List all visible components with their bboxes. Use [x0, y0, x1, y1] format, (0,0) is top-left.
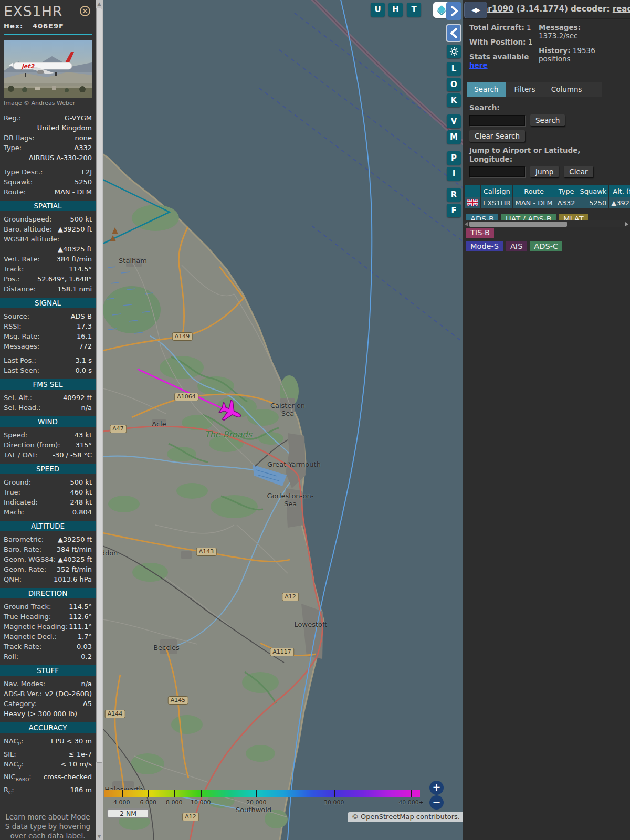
- map[interactable]: StalhamCaister on SeaAcleGreat YarmouthG…: [103, 0, 463, 840]
- map-button-l[interactable]: L: [447, 62, 461, 76]
- data-label: Type Desc.:: [4, 167, 43, 177]
- collapse-left-button[interactable]: [446, 24, 461, 42]
- osm-link[interactable]: OpenStreetMap: [361, 813, 414, 821]
- map-button-m[interactable]: M: [447, 130, 461, 144]
- history-arrows-button[interactable]: ◀▶: [464, 2, 487, 18]
- data-row: Geom. Rate:352 ft/min: [4, 564, 92, 574]
- column-header-flag[interactable]: [465, 185, 480, 197]
- column-header-Route[interactable]: Route: [513, 185, 554, 197]
- map-button-r[interactable]: R: [447, 188, 461, 202]
- column-header-Squawk[interactable]: Squawk: [578, 185, 608, 197]
- data-row: Route:MAN - DLM: [4, 187, 92, 197]
- altitude-cell: ▲39250: [609, 197, 630, 208]
- data-value: n/a: [41, 403, 92, 413]
- tab-columns[interactable]: Columns: [544, 82, 590, 97]
- selected-callsign: EXS1HR: [4, 3, 62, 19]
- callsign-link[interactable]: EXS1HR: [483, 199, 510, 207]
- data-label: Squawk:: [4, 177, 33, 187]
- jump-input[interactable]: [469, 166, 525, 177]
- data-label: NACP:: [4, 736, 23, 749]
- data-value: none: [35, 133, 92, 143]
- sidebar-scrollbar[interactable]: ▲ ▼: [96, 0, 103, 840]
- zoom-in-button[interactable]: +: [429, 781, 444, 795]
- data-value: ADS-B: [29, 311, 92, 321]
- data-value: 0.0 s: [39, 365, 92, 375]
- map-button-k[interactable]: K: [447, 93, 461, 107]
- data-row: Last Pos.:3.1 s: [4, 355, 92, 365]
- settings-button[interactable]: [447, 45, 461, 58]
- colorbar-tick: [174, 790, 175, 797]
- map-button-o[interactable]: O: [447, 78, 461, 91]
- data-label: Track Rate:: [4, 642, 41, 652]
- clear-jump-button[interactable]: Clear: [564, 166, 593, 177]
- badge-ads-c: ADS-C: [530, 242, 562, 251]
- table-horizontal-scrollbar[interactable]: [463, 220, 630, 227]
- zoom-out-button[interactable]: −: [429, 795, 444, 810]
- data-value: 114.5°: [24, 264, 92, 274]
- section-header-altitude: ALTITUDE: [0, 521, 96, 531]
- data-value: AIRBUS A-330-200: [4, 153, 92, 163]
- data-value: ▲39250 ft: [44, 534, 92, 544]
- data-row: Sel. Head.:n/a: [4, 403, 92, 413]
- data-row: Baro. altitude:▲39250 ft: [4, 224, 92, 234]
- colorbar-tick: [122, 790, 123, 797]
- colorbar-tick-label: 20 000: [246, 799, 267, 806]
- altitude-colorbar: [104, 790, 420, 797]
- column-header-Callsign[interactable]: Callsign: [481, 185, 512, 197]
- data-value: ≤ 1e-7: [16, 749, 92, 759]
- data-row: SIL:≤ 1e-7: [4, 749, 92, 759]
- area-label: The Broads: [205, 429, 252, 439]
- callsign-cell[interactable]: EXS1HR: [481, 197, 512, 208]
- clear-search-button[interactable]: Clear Search: [469, 130, 525, 142]
- chevron-right-icon: [450, 6, 458, 16]
- scroll-up-icon[interactable]: ▲: [96, 0, 103, 7]
- expand-right-button[interactable]: [446, 2, 461, 20]
- table-header-row: CallsignRouteTypeSquawkAlt. (ft): [465, 185, 630, 197]
- column-header-Alt. (ft)[interactable]: Alt. (ft): [609, 185, 630, 197]
- scroll-left-icon[interactable]: [465, 222, 468, 226]
- messages-rate: Messages:1373.2/sec: [539, 23, 623, 40]
- data-row: Sel. Alt.:40992 ft: [4, 393, 92, 403]
- data-label: ADS-B Ver.:: [4, 689, 42, 699]
- data-row: Distance:158.1 nmi: [4, 284, 92, 294]
- tab-filters[interactable]: Filters: [507, 82, 542, 97]
- jump-button[interactable]: Jump: [530, 166, 559, 177]
- data-value: 384 ft/min: [41, 544, 92, 554]
- stats-here-link[interactable]: here: [469, 61, 488, 69]
- flag-cell: [465, 197, 480, 208]
- colorbar-tick: [256, 790, 257, 797]
- data-value: 772: [39, 341, 92, 351]
- map-button-h[interactable]: H: [388, 3, 403, 17]
- data-label: NICBARO:: [4, 772, 32, 785]
- data-value: 0.804: [24, 507, 92, 517]
- map-button-i[interactable]: I: [447, 167, 461, 181]
- scroll-down-icon[interactable]: ▼: [96, 833, 103, 840]
- column-header-Type[interactable]: Type: [555, 185, 578, 197]
- squawk-cell: 5250: [578, 197, 608, 208]
- map-button-f[interactable]: F: [447, 204, 461, 217]
- table-row[interactable]: EXS1HRMAN - DLMA3325250▲39250: [465, 197, 630, 208]
- data-row: AIRBUS A-330-200: [4, 153, 92, 163]
- data-row: True Heading:112.6°: [4, 612, 92, 622]
- data-label: Ground Track:: [4, 602, 51, 612]
- tab-search[interactable]: Search: [467, 82, 506, 97]
- map-button-t[interactable]: T: [407, 3, 421, 17]
- map-button-v[interactable]: V: [447, 114, 461, 128]
- section-header-spatial: SPATIAL: [0, 201, 96, 211]
- data-label: Magnetic Heading:: [4, 622, 68, 632]
- data-value: -0.03: [41, 642, 92, 652]
- hscrollbar-thumb[interactable]: [469, 222, 567, 227]
- scrollbar-thumb[interactable]: [96, 8, 102, 763]
- close-icon[interactable]: [79, 5, 91, 17]
- search-button[interactable]: Search: [530, 114, 565, 126]
- data-label: TAT / OAT:: [4, 450, 37, 460]
- data-row: Direction (from):315°: [4, 440, 92, 450]
- scroll-right-icon[interactable]: [625, 222, 628, 226]
- aircraft-photo[interactable]: jet2: [4, 40, 92, 98]
- map-button-p[interactable]: P: [447, 151, 461, 165]
- map-button-u[interactable]: U: [371, 3, 385, 17]
- readsb-link[interactable]: readsb: [613, 4, 630, 14]
- data-row: United Kingdom: [4, 123, 92, 133]
- search-input[interactable]: [469, 115, 525, 126]
- reg-link[interactable]: G-VYGM: [65, 114, 92, 122]
